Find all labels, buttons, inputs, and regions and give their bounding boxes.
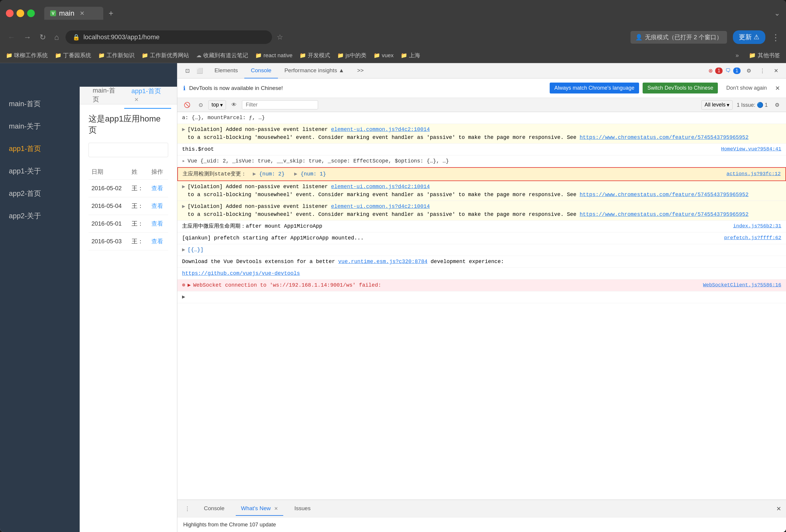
minimize-button[interactable] [17, 9, 24, 17]
bookmark-工作新优秀网站[interactable]: 📁 工作新优秀网站 [142, 52, 189, 59]
notification-close-icon[interactable]: ✕ [775, 84, 780, 92]
vue-devtools-link[interactable]: vue.runtime.esm.js?c320:8784 [338, 259, 427, 265]
bottom-tab-whats-new[interactable]: What's New ✕ [236, 502, 283, 516]
cell-name: 王： [129, 179, 148, 197]
cell-action[interactable]: 查看 [148, 179, 168, 197]
tab-main-home[interactable]: main-首页 [86, 81, 124, 110]
console-caret[interactable]: ▶ [182, 293, 185, 301]
tab-close-icon[interactable]: ✕ [80, 10, 85, 17]
sidebar-item-app2-about[interactable]: app2-关于 [0, 205, 80, 227]
expand-arrow[interactable]: ▶ [182, 246, 185, 254]
bottom-tab-console[interactable]: Console [199, 502, 230, 516]
bookmarks-more-button[interactable]: » [736, 52, 739, 59]
levels-selector[interactable]: All levels ▾ [701, 100, 733, 110]
source-link[interactable]: HomeView.vue?9584:41 [721, 145, 781, 153]
devtools-close-icon[interactable]: ✕ [771, 66, 781, 76]
cell-action[interactable]: 查看 [148, 197, 168, 215]
expand-arrow[interactable]: ▶ [188, 281, 191, 289]
tab-close-icon[interactable]: ✕ [134, 97, 139, 103]
chromestatus-link[interactable]: https://www.chromestatus.com/feature/574… [579, 212, 748, 217]
maximize-button[interactable] [27, 9, 35, 17]
bookmark-上海[interactable]: 📁 上海 [401, 52, 420, 59]
bookmark-工作新知识[interactable]: 📁 工作新知识 [98, 52, 135, 59]
violation-link[interactable]: element-ui.common.js?d4c2:10014 [331, 184, 430, 190]
close-button[interactable] [6, 9, 14, 17]
bottom-tab-issues[interactable]: Issues [289, 502, 316, 516]
bookmark-丁番园系统[interactable]: 📁 丁番园系统 [55, 52, 91, 59]
devtools-more-icon[interactable]: ⋮ [757, 66, 768, 76]
bookmark-js中的类[interactable]: 📁 js中的类 [337, 52, 366, 59]
bookmark-vuex[interactable]: 📁 vuex [373, 52, 394, 59]
pause-button[interactable]: ⊙ [195, 100, 206, 110]
top-selector[interactable]: top ▾ [208, 100, 226, 110]
devtools-settings-icon[interactable]: ⚙ [743, 66, 754, 76]
tab-close-icon[interactable]: ✕ [274, 506, 278, 511]
forward-button[interactable]: → [22, 31, 33, 44]
cell-action[interactable]: 查看 [148, 215, 168, 233]
chromestatus-link[interactable]: https://www.chromestatus.com/feature/574… [579, 135, 748, 140]
search-input[interactable] [89, 143, 168, 157]
chromestatus-link[interactable]: https://www.chromestatus.com/feature/574… [579, 192, 748, 198]
levels-label: All levels [704, 102, 725, 108]
clear-console-button[interactable]: 🚫 [181, 100, 193, 110]
devtools-dock-icon[interactable]: ⊡ [182, 66, 193, 76]
bottom-menu-icon[interactable]: ⋮ [182, 503, 193, 514]
update-button[interactable]: 更新 ⚠ [733, 30, 765, 44]
expand-arrow[interactable]: ▶ [294, 171, 297, 177]
devtools-tab-more[interactable]: >> [350, 63, 370, 78]
bookmark-react-native[interactable]: 📁 react native [255, 52, 293, 59]
console-settings-icon[interactable]: ⚙ [772, 100, 783, 110]
address-input[interactable]: 🔒 localhost:9003/app1/home [66, 30, 272, 44]
eye-icon-button[interactable]: 👁 [228, 100, 239, 110]
violation-link[interactable]: element-ui.common.js?d4c2:10014 [331, 203, 430, 209]
table-row: 2016-05-01 王： 查看 [89, 215, 168, 233]
expand-arrow[interactable]: ▶ [253, 171, 256, 177]
switch-chinese-button[interactable]: Switch DevTools to Chinese [643, 82, 718, 94]
bookmark-label: react native [263, 52, 293, 59]
dont-show-again-button[interactable]: Don't show again [721, 82, 771, 94]
source-link[interactable]: index.js?56b2:31 [733, 222, 781, 230]
expand-arrow[interactable]: ▸ [182, 157, 185, 165]
back-button[interactable]: ← [6, 31, 17, 44]
bookmark-icon[interactable]: ☆ [277, 33, 283, 41]
expand-arrow[interactable]: ▶ [182, 202, 185, 211]
console-row: ▶ [177, 291, 786, 303]
github-link[interactable]: https://github.com/vuejs/vue-devtools [182, 269, 300, 277]
browser-tab[interactable]: V main ✕ [44, 7, 103, 20]
sidebar-item-main-home[interactable]: main-首页 [0, 93, 80, 115]
bookmark-咪柳工作系统[interactable]: 📁 咪柳工作系统 [6, 52, 48, 59]
reload-button[interactable]: ↻ [38, 31, 48, 44]
devtools-tabs: Elements Console Performance insights ▲ … [208, 63, 370, 78]
tab-dropdown-icon[interactable]: ⌄ [774, 9, 780, 17]
console-row-text: [Violation] Added non-passive event list… [188, 202, 781, 219]
source-link[interactable]: prefetch.js?ffff:62 [724, 234, 781, 242]
expand-arrow[interactable]: ▶ [182, 183, 185, 191]
violation-link[interactable]: element-ui.common.js?d4c2:10014 [331, 126, 430, 132]
expand-arrow[interactable]: ▶ [182, 126, 185, 134]
sidebar-item-app2-home[interactable]: app2-首页 [0, 182, 80, 205]
incognito-button[interactable]: 👤 无痕模式（已打开 2 个窗口） [630, 31, 727, 44]
tab-label: main-首页 [93, 87, 115, 103]
bottom-close-icon[interactable]: ✕ [776, 505, 781, 512]
devtools-tab-console[interactable]: Console [244, 63, 278, 78]
home-button[interactable]: ⌂ [52, 31, 61, 44]
source-link[interactable]: WebSocketClient.js?5586:16 [703, 281, 781, 289]
folder-icon: 📁 [6, 52, 13, 59]
sidebar-item-app1-about[interactable]: app1-关于 [0, 160, 80, 182]
new-tab-button[interactable]: + [109, 8, 113, 18]
devtools-screenshot-icon[interactable]: ⬜ [194, 66, 205, 76]
devtools-tab-performance[interactable]: Performance insights ▲ [278, 63, 351, 78]
issues-button[interactable]: 1 Issue: 🔵 1 [737, 102, 768, 108]
source-link[interactable]: actions.js?93fc:12 [726, 170, 781, 178]
bookmark-other[interactable]: 📁 其他书签 [749, 52, 780, 59]
bookmark-有道云笔记[interactable]: ☁ 收藏到有道云笔记 [196, 52, 248, 59]
cell-action[interactable]: 查看 [148, 233, 168, 250]
console-filter-input[interactable] [242, 100, 318, 110]
sidebar-item-app1-home[interactable]: app1-首页 [0, 138, 80, 160]
tab-app1-home[interactable]: app1-首页 ✕ [124, 82, 171, 109]
match-language-button[interactable]: Always match Chrome's language [550, 82, 639, 94]
browser-menu-button[interactable]: ⋮ [771, 32, 780, 43]
sidebar-item-main-about[interactable]: main-关于 [0, 115, 80, 138]
devtools-tab-elements[interactable]: Elements [208, 63, 244, 78]
bookmark-开发模式[interactable]: 📁 开发模式 [299, 52, 330, 59]
